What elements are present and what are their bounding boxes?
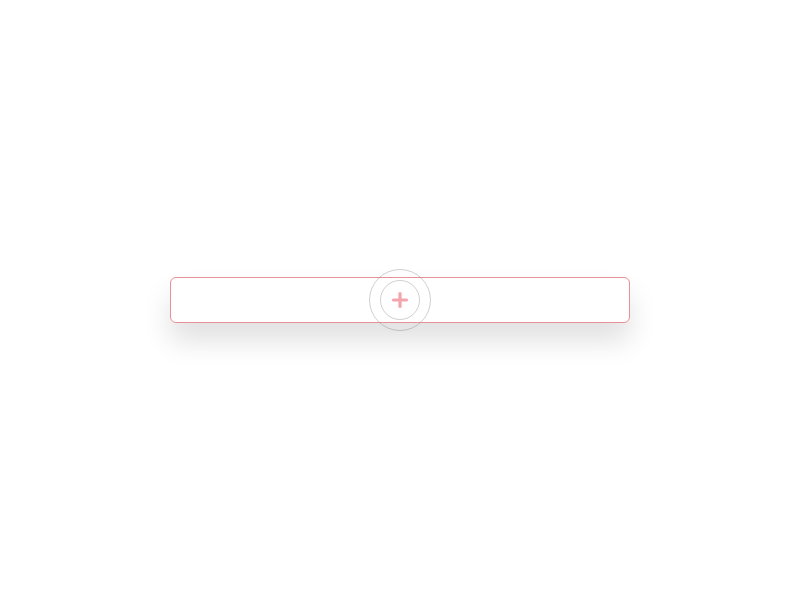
plus-icon (391, 291, 409, 309)
add-button[interactable] (170, 277, 630, 323)
